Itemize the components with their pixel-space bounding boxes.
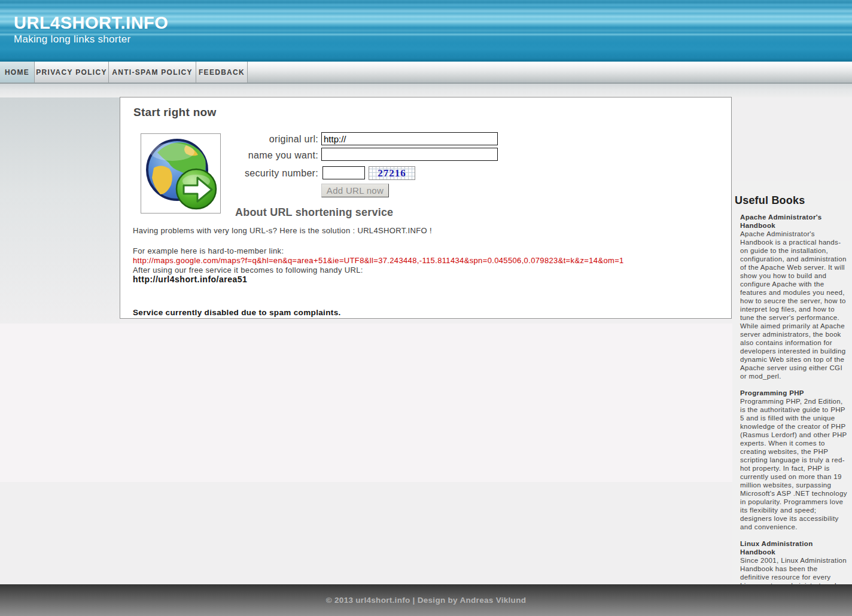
book-item-php: Programming PHP Programming PHP, 2nd Edi… bbox=[740, 389, 848, 531]
globe-icon bbox=[141, 133, 221, 214]
site-footer: © 2013 url4short.info | Design by Andrea… bbox=[0, 584, 852, 616]
site-title: URL4SHORT.INFO bbox=[14, 13, 168, 33]
name-you-want-input[interactable] bbox=[321, 148, 498, 161]
start-heading: Start right now bbox=[133, 106, 217, 119]
nav-tab-privacy-policy[interactable]: PRIVACY POLICY bbox=[35, 62, 109, 83]
disabled-notice: Service currently disabled due to spam c… bbox=[133, 308, 341, 317]
security-number-label: security number: bbox=[210, 168, 318, 179]
after-text: After using our free service it becomes … bbox=[133, 266, 363, 275]
original-url-label: original url: bbox=[210, 134, 318, 145]
footer-text: © 2013 url4short.info | Design by Andrea… bbox=[326, 596, 527, 605]
sidebar: Useful Books Apache Administrator's Hand… bbox=[732, 181, 852, 616]
security-number-input[interactable] bbox=[322, 166, 365, 179]
nav-tab-feedback[interactable]: FEEDBACK bbox=[196, 62, 248, 83]
original-url-input[interactable] bbox=[321, 132, 498, 145]
book-description: Apache Administrator's Handbook is a pra… bbox=[740, 230, 848, 380]
page: URL4SHORT.INFO Making long links shorter… bbox=[0, 0, 852, 616]
captcha-number: 27216 bbox=[378, 167, 406, 179]
book-item-apache: Apache Administrator's Handbook Apache A… bbox=[740, 213, 848, 380]
book-title: Programming PHP bbox=[740, 389, 848, 397]
main-content-box: Start right now bbox=[120, 97, 732, 319]
sidebar-heading: Useful Books bbox=[735, 194, 852, 207]
nav-tab-home[interactable]: HOME bbox=[0, 62, 35, 83]
lower-background-band bbox=[0, 324, 732, 482]
nav-filler bbox=[248, 62, 852, 83]
main-nav: HOME PRIVACY POLICY ANTI-SPAM POLICY FEE… bbox=[0, 62, 852, 84]
add-url-button[interactable]: Add URL now bbox=[321, 184, 389, 197]
intro-text: Having problems with very long URL-s? He… bbox=[133, 226, 432, 235]
captcha-image: 27216 bbox=[369, 166, 415, 180]
about-heading: About URL shortening service bbox=[235, 206, 393, 219]
site-subtitle: Making long links shorter bbox=[14, 33, 131, 45]
short-url-text: http://url4short.info/area51 bbox=[133, 275, 247, 284]
site-header: URL4SHORT.INFO Making long links shorter bbox=[0, 0, 852, 62]
globe-arrow-graphic bbox=[144, 137, 217, 210]
nav-tab-anti-spam-policy[interactable]: ANTI-SPAM POLICY bbox=[109, 62, 196, 83]
example-url-link[interactable]: http://maps.google.com/maps?f=q&hl=en&q=… bbox=[133, 256, 624, 265]
book-description: Programming PHP, 2nd Edition, is the aut… bbox=[740, 397, 848, 531]
content-area: Start right now bbox=[0, 97, 852, 584]
example-label: For example here is hard-to-member link: bbox=[133, 246, 284, 255]
book-title: Apache Administrator's Handbook bbox=[740, 213, 848, 230]
name-you-want-label: name you want: bbox=[210, 150, 318, 161]
book-title: Linux Administration Handbook bbox=[740, 539, 848, 556]
nav-substrip bbox=[0, 84, 852, 97]
left-background-rail bbox=[0, 97, 120, 337]
